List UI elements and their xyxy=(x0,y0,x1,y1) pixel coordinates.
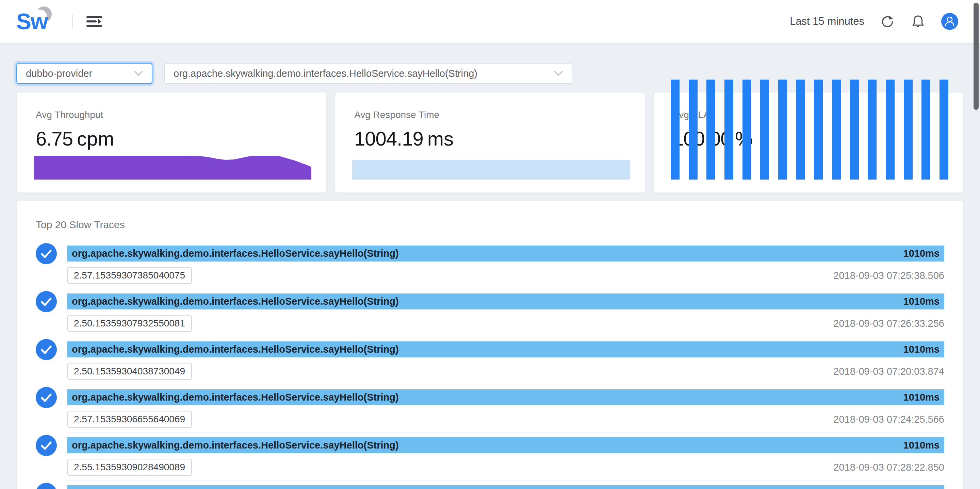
trace-success-indicator xyxy=(36,243,57,264)
trace-duration-bar[interactable]: org.apache.skywalking.demo.interfaces.He… xyxy=(67,294,944,310)
row-divider xyxy=(67,289,944,289)
sla-bar xyxy=(743,79,751,179)
sla-bar xyxy=(778,79,787,179)
trace-main: org.apache.skywalking.demo.interfaces.He… xyxy=(67,389,944,437)
trace-duration-bar[interactable]: org.apache.skywalking.demo.interfaces.He… xyxy=(67,341,944,357)
sla-bar xyxy=(940,79,948,179)
metric-label: Avg Throughput xyxy=(36,110,307,121)
sla-bar xyxy=(760,79,769,179)
notifications-button[interactable] xyxy=(911,14,926,29)
trace-duration: 1010ms xyxy=(904,248,940,259)
trace-duration: 1010ms xyxy=(904,440,940,451)
check-icon xyxy=(36,339,57,360)
check-icon xyxy=(36,291,57,312)
unfold-menu-glyph xyxy=(86,15,102,28)
metric-value: 1004.19ms xyxy=(354,127,626,150)
row-divider xyxy=(67,481,944,481)
metric-value: 6.75cpm xyxy=(36,127,307,150)
top-header: Sw Last 15 minutes xyxy=(0,0,980,43)
trace-timestamp: 2018-09-03 07:25:38.506 xyxy=(833,270,944,281)
trace-row: org.apache.skywalking.demo.interfaces.He… xyxy=(36,341,944,389)
check-icon xyxy=(36,483,57,489)
row-divider xyxy=(67,337,944,337)
throughput-area-chart xyxy=(34,156,311,179)
sla-bar xyxy=(921,79,930,179)
trace-row-meta: 2.50.15359307932550081 2018-09-03 07:26:… xyxy=(67,315,944,332)
trace-duration-bar[interactable]: org.apache.skywalking.demo.interfaces.He… xyxy=(67,437,944,453)
time-range-selector[interactable]: Last 15 minutes xyxy=(790,15,864,27)
trace-main: org.apache.skywalking.demo.interfaces.He… xyxy=(67,341,944,389)
trace-success-indicator xyxy=(36,483,57,489)
trace-main: org.apache.skywalking.demo.interfaces.He… xyxy=(67,246,944,294)
refresh-button[interactable] xyxy=(880,14,895,29)
sla-bar xyxy=(832,79,841,179)
trace-timestamp: 2018-09-03 07:24:25.566 xyxy=(833,414,944,425)
trace-main: org.apache.skywalking.demo.interfaces.He… xyxy=(67,437,944,485)
trace-row: org.apache.skywalking.demo.interfaces.He… xyxy=(36,246,944,294)
trace-success-indicator xyxy=(36,339,57,360)
menu-unfold-icon[interactable] xyxy=(86,14,103,29)
chevron-down-icon xyxy=(134,71,143,76)
endpoint-select-value: org.apache.skywalking.demo.interfaces.He… xyxy=(173,68,548,79)
trace-id-badge[interactable]: 2.57.15359307385040075 xyxy=(67,267,192,284)
sla-bar-chart xyxy=(671,79,948,179)
endpoint-select[interactable]: org.apache.skywalking.demo.interfaces.He… xyxy=(164,63,572,84)
sla-bar xyxy=(724,79,733,179)
logo-text: Sw xyxy=(16,8,47,34)
slow-traces-card: Top 20 Slow Traces org.apache.skywalking… xyxy=(16,201,964,489)
row-divider xyxy=(67,384,944,385)
trace-id-badge[interactable]: 2.55.15359309028490089 xyxy=(67,459,192,476)
trace-operation: org.apache.skywalking.demo.interfaces.He… xyxy=(72,440,399,451)
trace-id-badge[interactable]: 2.50.15359307932550081 xyxy=(67,315,192,332)
trace-main: org.apache.skywalking.demo.interfaces.He… xyxy=(67,294,944,341)
trace-list: org.apache.skywalking.demo.interfaces.He… xyxy=(36,246,944,489)
sla-bar xyxy=(868,79,877,179)
avg-throughput-card: Avg Throughput 6.75cpm xyxy=(16,92,327,193)
trace-duration: 1010ms xyxy=(904,344,940,355)
trace-row-meta: 2.57.15359306655640069 2018-09-03 07:24:… xyxy=(67,411,944,428)
trace-duration: 1009ms xyxy=(904,487,940,489)
page-scrollbar-thumb[interactable] xyxy=(974,3,978,110)
person-icon xyxy=(941,13,958,30)
trace-id-badge[interactable]: 2.57.15359306655640069 xyxy=(67,411,192,428)
skywalking-logo[interactable]: Sw xyxy=(16,5,67,38)
trace-row-meta: 2.55.15359309028490089 2018-09-03 07:28:… xyxy=(67,459,944,476)
trace-row: org.apache.skywalking.demo.interfaces.He… xyxy=(36,485,944,489)
header-actions: Last 15 minutes xyxy=(790,13,958,30)
avg-response-time-card: Avg Response Time 1004.19ms xyxy=(335,92,645,193)
check-icon xyxy=(36,435,57,456)
response-time-area-chart xyxy=(352,156,630,179)
header-divider xyxy=(72,15,73,28)
sla-bar xyxy=(814,79,823,179)
trace-duration-bar[interactable]: org.apache.skywalking.demo.interfaces.He… xyxy=(67,246,944,262)
trace-success-indicator xyxy=(36,435,57,456)
trace-operation: org.apache.skywalking.demo.interfaces.He… xyxy=(72,296,399,307)
check-icon xyxy=(36,243,57,264)
service-select[interactable]: dubbo-provider xyxy=(16,63,153,84)
sla-bar xyxy=(904,79,913,179)
user-avatar[interactable] xyxy=(941,13,958,30)
metric-label: Avg Response Time xyxy=(354,110,626,121)
trace-timestamp: 2018-09-03 07:28:22.850 xyxy=(833,462,944,473)
trace-id-badge[interactable]: 2.50.15359304038730049 xyxy=(67,363,192,380)
trace-operation: org.apache.skywalking.demo.interfaces.He… xyxy=(72,487,399,489)
check-icon xyxy=(36,387,57,408)
sla-bar xyxy=(689,79,698,179)
trace-timestamp: 2018-09-03 07:26:33.256 xyxy=(833,318,944,329)
avg-sla-card: Avg SLA 100.00% xyxy=(653,92,964,193)
row-divider xyxy=(67,433,944,433)
trace-operation: org.apache.skywalking.demo.interfaces.He… xyxy=(72,344,399,355)
sla-bar xyxy=(671,79,679,179)
trace-row-meta: 2.57.15359307385040075 2018-09-03 07:25:… xyxy=(67,267,944,284)
trace-duration-bar[interactable]: org.apache.skywalking.demo.interfaces.He… xyxy=(67,389,944,405)
sla-bar xyxy=(886,79,894,179)
trace-timestamp: 2018-09-03 07:20:03.874 xyxy=(833,366,944,377)
trace-row: org.apache.skywalking.demo.interfaces.He… xyxy=(36,389,944,437)
trace-duration-bar[interactable]: org.apache.skywalking.demo.interfaces.He… xyxy=(67,485,944,489)
trace-duration: 1010ms xyxy=(904,296,940,307)
main-content: dubbo-provider org.apache.skywalking.dem… xyxy=(0,63,980,489)
trace-operation: org.apache.skywalking.demo.interfaces.He… xyxy=(72,248,399,259)
bell-icon xyxy=(911,14,925,29)
refresh-icon xyxy=(881,14,894,28)
trace-operation: org.apache.skywalking.demo.interfaces.He… xyxy=(72,392,399,403)
